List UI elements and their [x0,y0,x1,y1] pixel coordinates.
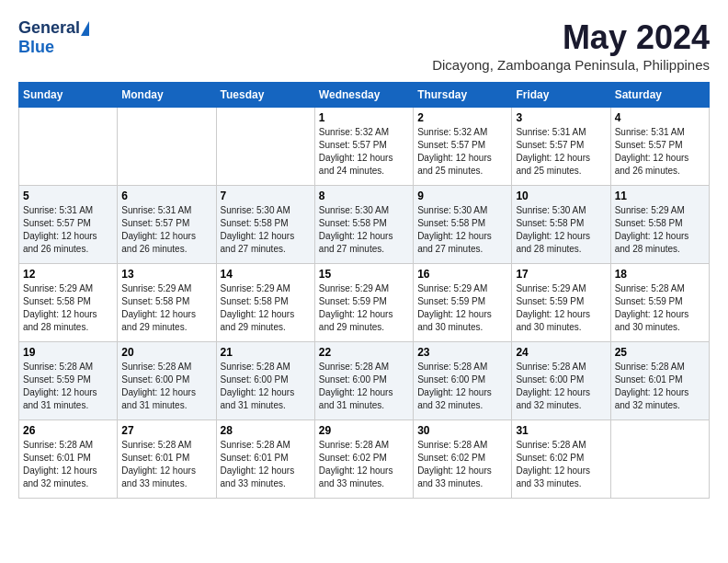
day-info: Sunrise: 5:29 AM Sunset: 5:58 PM Dayligh… [221,282,311,334]
day-number: 12 [23,268,113,281]
day-info: Sunrise: 5:28 AM Sunset: 5:59 PM Dayligh… [615,282,705,334]
week-row-1: 1Sunrise: 5:32 AM Sunset: 5:57 PM Daylig… [19,108,710,186]
day-info: Sunrise: 5:30 AM Sunset: 5:58 PM Dayligh… [417,204,507,256]
day-info: Sunrise: 5:28 AM Sunset: 6:00 PM Dayligh… [319,361,409,412]
calendar-body: 1Sunrise: 5:32 AM Sunset: 5:57 PM Daylig… [19,108,710,499]
day-info: Sunrise: 5:32 AM Sunset: 5:57 PM Dayligh… [417,126,507,178]
day-info: Sunrise: 5:28 AM Sunset: 6:01 PM Dayligh… [615,361,705,412]
subtitle: Dicayong, Zamboanga Peninsula, Philippin… [432,57,710,73]
day-number: 23 [417,346,507,359]
day-number: 2 [417,111,507,124]
calendar-cell: 2Sunrise: 5:32 AM Sunset: 5:57 PM Daylig… [414,108,512,186]
day-number: 8 [319,190,409,202]
calendar-cell: 1Sunrise: 5:32 AM Sunset: 5:57 PM Daylig… [314,108,413,186]
day-number: 26 [23,424,113,437]
day-number: 18 [615,268,705,281]
calendar-cell: 9Sunrise: 5:30 AM Sunset: 5:58 PM Daylig… [414,186,512,264]
week-row-5: 26Sunrise: 5:28 AM Sunset: 6:01 PM Dayli… [19,420,710,499]
calendar-cell: 29Sunrise: 5:28 AM Sunset: 6:02 PM Dayli… [314,420,413,499]
day-info: Sunrise: 5:29 AM Sunset: 5:58 PM Dayligh… [121,282,211,334]
header-day-tuesday: Tuesday [216,83,314,108]
day-number: 15 [319,268,409,281]
day-number: 21 [221,346,311,359]
logo: General Blue [18,18,89,57]
calendar-cell: 10Sunrise: 5:30 AM Sunset: 5:58 PM Dayli… [512,186,610,264]
calendar-table: SundayMondayTuesdayWednesdayThursdayFrid… [18,82,710,499]
day-info: Sunrise: 5:28 AM Sunset: 6:02 PM Dayligh… [319,439,409,490]
day-info: Sunrise: 5:31 AM Sunset: 5:57 PM Dayligh… [23,204,113,256]
day-info: Sunrise: 5:28 AM Sunset: 6:01 PM Dayligh… [121,439,211,490]
day-number: 30 [417,424,507,437]
calendar-cell [19,108,118,186]
calendar-cell [610,420,709,499]
day-number: 16 [417,268,507,281]
calendar-cell: 19Sunrise: 5:28 AM Sunset: 5:59 PM Dayli… [19,342,118,420]
day-number: 17 [516,268,606,281]
calendar-cell: 23Sunrise: 5:28 AM Sunset: 6:00 PM Dayli… [414,342,512,420]
page-header: General Blue May 2024 Dicayong, Zamboang… [18,18,710,73]
day-number: 14 [221,268,311,281]
calendar-cell [216,108,314,186]
day-info: Sunrise: 5:28 AM Sunset: 6:02 PM Dayligh… [516,439,606,490]
calendar-cell: 20Sunrise: 5:28 AM Sunset: 6:00 PM Dayli… [118,342,216,420]
day-number: 6 [121,190,211,202]
header-day-wednesday: Wednesday [314,83,413,108]
calendar-cell: 17Sunrise: 5:29 AM Sunset: 5:59 PM Dayli… [512,264,610,342]
day-info: Sunrise: 5:32 AM Sunset: 5:57 PM Dayligh… [319,126,409,178]
day-number: 3 [516,111,606,124]
calendar-cell: 4Sunrise: 5:31 AM Sunset: 5:57 PM Daylig… [610,108,709,186]
week-row-2: 5Sunrise: 5:31 AM Sunset: 5:57 PM Daylig… [19,186,710,264]
day-number: 24 [516,346,606,359]
header-day-thursday: Thursday [414,83,512,108]
calendar-cell: 6Sunrise: 5:31 AM Sunset: 5:57 PM Daylig… [118,186,216,264]
calendar-cell: 27Sunrise: 5:28 AM Sunset: 6:01 PM Dayli… [118,420,216,499]
calendar-cell: 16Sunrise: 5:29 AM Sunset: 5:59 PM Dayli… [414,264,512,342]
header-day-friday: Friday [512,83,610,108]
day-info: Sunrise: 5:28 AM Sunset: 6:02 PM Dayligh… [417,439,507,490]
logo-triangle-icon [81,21,89,36]
calendar-cell: 12Sunrise: 5:29 AM Sunset: 5:58 PM Dayli… [19,264,118,342]
calendar-cell: 24Sunrise: 5:28 AM Sunset: 6:00 PM Dayli… [512,342,610,420]
calendar-cell: 5Sunrise: 5:31 AM Sunset: 5:57 PM Daylig… [19,186,118,264]
week-row-3: 12Sunrise: 5:29 AM Sunset: 5:58 PM Dayli… [19,264,710,342]
day-number: 9 [417,190,507,202]
day-number: 5 [23,190,113,202]
calendar-cell: 18Sunrise: 5:28 AM Sunset: 5:59 PM Dayli… [610,264,709,342]
day-info: Sunrise: 5:29 AM Sunset: 5:58 PM Dayligh… [615,204,705,256]
day-info: Sunrise: 5:31 AM Sunset: 5:57 PM Dayligh… [615,126,705,178]
day-number: 13 [121,268,211,281]
calendar-cell: 11Sunrise: 5:29 AM Sunset: 5:58 PM Dayli… [610,186,709,264]
day-number: 28 [221,424,311,437]
calendar-cell: 25Sunrise: 5:28 AM Sunset: 6:01 PM Dayli… [610,342,709,420]
logo-general: General [18,18,80,38]
day-info: Sunrise: 5:28 AM Sunset: 6:00 PM Dayligh… [516,361,606,412]
main-title: May 2024 [432,18,710,57]
calendar-cell: 13Sunrise: 5:29 AM Sunset: 5:58 PM Dayli… [118,264,216,342]
calendar-cell: 22Sunrise: 5:28 AM Sunset: 6:00 PM Dayli… [314,342,413,420]
calendar-cell [118,108,216,186]
day-number: 1 [319,111,409,124]
day-number: 10 [516,190,606,202]
day-info: Sunrise: 5:29 AM Sunset: 5:59 PM Dayligh… [516,282,606,334]
header-day-saturday: Saturday [610,83,709,108]
day-info: Sunrise: 5:28 AM Sunset: 6:01 PM Dayligh… [221,439,311,490]
calendar-cell: 30Sunrise: 5:28 AM Sunset: 6:02 PM Dayli… [414,420,512,499]
day-info: Sunrise: 5:28 AM Sunset: 5:59 PM Dayligh… [23,361,113,412]
day-info: Sunrise: 5:29 AM Sunset: 5:59 PM Dayligh… [319,282,409,334]
day-info: Sunrise: 5:30 AM Sunset: 5:58 PM Dayligh… [319,204,409,256]
day-number: 19 [23,346,113,359]
calendar-cell: 7Sunrise: 5:30 AM Sunset: 5:58 PM Daylig… [216,186,314,264]
day-number: 11 [615,190,705,202]
day-number: 29 [319,424,409,437]
day-number: 25 [615,346,705,359]
day-info: Sunrise: 5:29 AM Sunset: 5:59 PM Dayligh… [417,282,507,334]
day-number: 4 [615,111,705,124]
day-info: Sunrise: 5:31 AM Sunset: 5:57 PM Dayligh… [121,204,211,256]
day-number: 31 [516,424,606,437]
week-row-4: 19Sunrise: 5:28 AM Sunset: 5:59 PM Dayli… [19,342,710,420]
calendar-cell: 31Sunrise: 5:28 AM Sunset: 6:02 PM Dayli… [512,420,610,499]
calendar-cell: 14Sunrise: 5:29 AM Sunset: 5:58 PM Dayli… [216,264,314,342]
day-info: Sunrise: 5:30 AM Sunset: 5:58 PM Dayligh… [221,204,311,256]
calendar-cell: 15Sunrise: 5:29 AM Sunset: 5:59 PM Dayli… [314,264,413,342]
day-number: 7 [221,190,311,202]
